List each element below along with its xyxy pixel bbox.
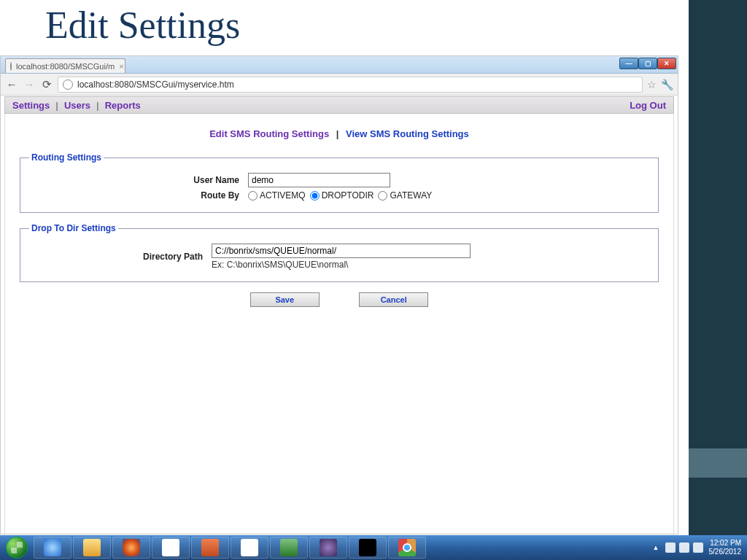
window-controls: — ▢ ✕ [619,58,676,69]
side-accent [689,448,747,478]
username-input[interactable] [248,173,390,187]
routeby-options: ACTIVEMQ DROPTODIR GATEWAY [248,190,432,201]
save-button[interactable]: Save [250,292,320,307]
content-area: Edit SMS Routing Settings | View SMS Rou… [4,114,674,560]
tray-expand-icon[interactable]: ▲ [653,544,659,551]
wrench-icon[interactable]: 🔧 [661,79,673,90]
app-menubar: Settings | Users | Reports Log Out [4,96,674,114]
taskbar-firefox[interactable] [112,537,150,559]
clock-date: 5/26/2012 [709,548,742,556]
menu-logout[interactable]: Log Out [630,100,666,111]
tab-title: localhost:8080/SMSCGui/m [16,62,115,71]
tab-bar: localhost:8080/SMSCGui/m × — ▢ ✕ [1,56,678,74]
tab-close-icon[interactable]: × [119,62,123,71]
username-label: User Name [29,175,248,185]
globe-icon [63,79,73,90]
close-button[interactable]: ✕ [657,58,676,69]
tray-volume-icon[interactable] [693,542,703,553]
start-button[interactable] [0,535,34,560]
cancel-button[interactable]: Cancel [359,292,428,307]
sublink-edit[interactable]: Edit SMS Routing Settings [209,128,329,139]
dirpath-input[interactable] [212,244,471,258]
sub-nav: Edit SMS Routing Settings | View SMS Rou… [5,128,673,139]
routing-legend: Routing Settings [29,152,104,163]
maximize-button[interactable]: ▢ [638,58,657,69]
url-text: localhost:8080/SMSCGui/myservice.htm [77,79,234,90]
ie-icon [44,539,61,556]
menu-separator: | [55,100,58,111]
page-content: Settings | Users | Reports Log Out Edit … [1,96,678,534]
radio-droptodir-input[interactable] [310,191,320,201]
reload-icon[interactable]: ⟳ [40,78,53,91]
back-icon[interactable]: ← [5,78,18,90]
bookmark-icon[interactable]: ☆ [647,79,657,90]
forward-icon[interactable]: → [23,78,36,90]
taskbar-clock[interactable]: 12:02 PM 5/26/2012 [709,539,742,556]
slide-title: Edit Settings [45,4,240,47]
windows-orb-icon [6,537,28,559]
taskbar-explorer[interactable] [73,537,111,559]
radio-gateway[interactable]: GATEWAY [378,190,432,201]
radio-activemq-input[interactable] [248,191,258,201]
taskbar-gtalk[interactable] [152,537,190,559]
chrome-icon [398,539,416,556]
radio-activemq[interactable]: ACTIVEMQ [248,190,306,201]
taskbar-paint[interactable] [231,537,268,559]
libreoffice-icon [280,539,298,556]
minimize-button[interactable]: — [619,58,638,69]
radio-gateway-input[interactable] [378,191,387,201]
routing-settings-fieldset: Routing Settings User Name Route By ACTI… [20,152,659,213]
dirpath-hint: Ex: C:\bonrix\SMS\QUEUE\normal\ [212,260,471,270]
system-tray: ▲ 12:02 PM 5/26/2012 [653,539,747,556]
tray-flag-icon[interactable] [665,542,676,553]
eclipse-icon [320,539,337,556]
menu-separator: | [96,100,99,111]
taskbar-libreoffice[interactable] [270,537,308,559]
browser-tab[interactable]: localhost:8080/SMSCGui/m × [5,58,125,73]
browser-window: localhost:8080/SMSCGui/m × — ▢ ✕ ← → ⟳ l… [0,55,678,534]
url-input[interactable]: localhost:8080/SMSCGui/myservice.htm [58,77,643,93]
menu-users[interactable]: Users [64,100,90,111]
dirpath-label: Directory Path [29,252,212,262]
droptodir-settings-fieldset: Drop To Dir Settings Directory Path Ex: … [20,223,659,282]
taskbar-eclipse[interactable] [309,537,347,559]
droptodir-legend: Drop To Dir Settings [29,223,118,233]
clock-time: 12:02 PM [709,539,742,548]
sublink-view[interactable]: View SMS Routing Settings [346,128,469,139]
powerpoint-icon [201,539,219,556]
menu-settings[interactable]: Settings [12,100,50,111]
radio-droptodir[interactable]: DROPTODIR [310,190,374,201]
menu-reports[interactable]: Reports [105,100,141,111]
taskbar-chrome[interactable] [388,537,426,559]
firefox-icon [123,539,140,556]
button-row: Save Cancel [5,292,673,307]
favicon-icon [10,62,12,71]
folder-icon [83,539,101,556]
cmd-icon [359,539,376,556]
taskbar-ie[interactable] [34,537,71,559]
gtalk-icon [162,539,179,556]
taskbar-powerpoint[interactable] [191,537,229,559]
routeby-label: Route By [29,190,248,201]
taskbar: ▲ 12:02 PM 5/26/2012 [0,535,747,560]
taskbar-cmd[interactable] [349,537,387,559]
tray-network-icon[interactable] [679,542,689,553]
sublink-separator: | [336,128,339,139]
tray-icons [665,542,703,553]
address-bar: ← → ⟳ localhost:8080/SMSCGui/myservice.h… [1,74,678,96]
paint-icon [241,539,258,556]
